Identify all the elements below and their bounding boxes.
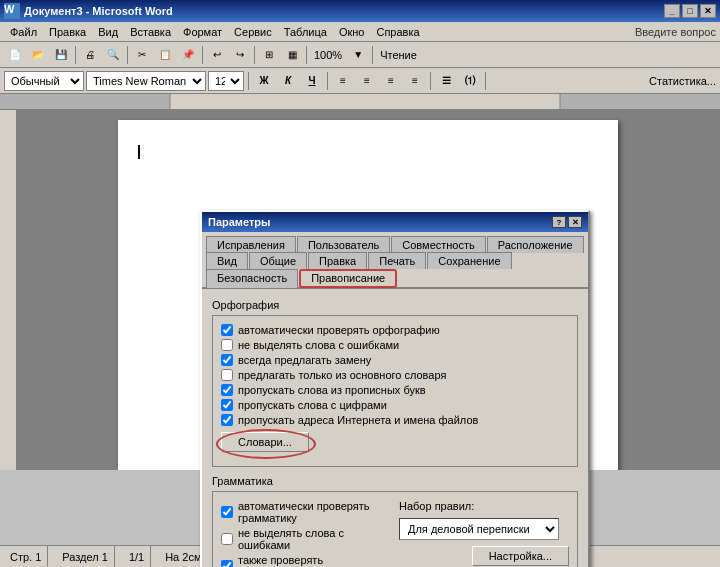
status-page: Стр. 1 [4, 546, 48, 567]
check-uppercase-label: пропускать слова из прописных букв [238, 384, 426, 396]
check-auto-grammar-input[interactable] [221, 506, 233, 518]
settings-btn[interactable]: Настройка... [472, 546, 569, 566]
ruleset-label: Набор правил: [399, 500, 569, 512]
check-no-highlight-input[interactable] [221, 339, 233, 351]
check-auto-spell-input[interactable] [221, 324, 233, 336]
sep4 [254, 46, 255, 64]
check-internet-input[interactable] [221, 414, 233, 426]
app-icon: W [4, 3, 20, 19]
menu-help[interactable]: Справка [370, 24, 425, 40]
search-hint: Введите вопрос [635, 26, 716, 38]
tab-edit[interactable]: Правка [308, 252, 367, 269]
zoom-dropdown[interactable]: ▼ [347, 44, 369, 66]
minimize-button[interactable]: _ [664, 4, 680, 18]
underline-btn[interactable]: Ч [301, 71, 323, 91]
ruler-svg [0, 94, 720, 109]
align-right-btn[interactable]: ≡ [380, 71, 402, 91]
maximize-button[interactable]: □ [682, 4, 698, 18]
menu-window[interactable]: Окно [333, 24, 371, 40]
check-no-grammar-highlight-input[interactable] [221, 533, 233, 545]
list-btn[interactable]: ☰ [435, 71, 457, 91]
menu-insert[interactable]: Вставка [124, 24, 177, 40]
check-also-spell-label: также проверять орфографию [238, 554, 391, 567]
check-numbers: пропускать слова с цифрами [221, 399, 569, 411]
check-uppercase-input[interactable] [221, 384, 233, 396]
tab-print[interactable]: Печать [368, 252, 426, 269]
dict-button[interactable]: Словари... [221, 432, 309, 452]
sep9 [430, 72, 431, 90]
style-dropdown[interactable]: Обычный [4, 71, 84, 91]
check-auto-grammar-label: автоматически проверять грамматику [238, 500, 391, 524]
table-btn[interactable]: ⊞ [258, 44, 280, 66]
menu-format[interactable]: Формат [177, 24, 228, 40]
undo-btn[interactable]: ↩ [206, 44, 228, 66]
dialog-title-buttons: ? ✕ [552, 216, 582, 228]
menu-edit[interactable]: Правка [43, 24, 92, 40]
svg-rect-2 [560, 94, 720, 109]
tab-spelling[interactable]: Правописание [299, 269, 397, 288]
sep1 [75, 46, 76, 64]
dialog-help-btn[interactable]: ? [552, 216, 566, 228]
check-internet: пропускать адреса Интернета и имена файл… [221, 414, 569, 426]
save-btn[interactable]: 💾 [50, 44, 72, 66]
check-main-dict: предлагать только из основного словаря [221, 369, 569, 381]
redo-btn[interactable]: ↪ [229, 44, 251, 66]
check-suggest-input[interactable] [221, 354, 233, 366]
check-main-dict-input[interactable] [221, 369, 233, 381]
dialog-overlay: Параметры ? ✕ Исправления Пользователь С… [0, 110, 720, 470]
sep3 [202, 46, 203, 64]
preview-btn[interactable]: 🔍 [102, 44, 124, 66]
menu-view[interactable]: Вид [92, 24, 124, 40]
cut-btn[interactable]: ✂ [131, 44, 153, 66]
check-auto-spell-label: автоматически проверять орфографию [238, 324, 440, 336]
status-section: Раздел 1 [56, 546, 115, 567]
close-button[interactable]: ✕ [700, 4, 716, 18]
dialog-title-bar: Параметры ? ✕ [202, 212, 588, 232]
bold-btn[interactable]: Ж [253, 71, 275, 91]
stats-btn[interactable]: Статистика... [649, 75, 716, 87]
sep5 [306, 46, 307, 64]
new-btn[interactable]: 📄 [4, 44, 26, 66]
font-dropdown[interactable]: Times New Roman [86, 71, 206, 91]
title-bar-buttons: _ □ ✕ [664, 4, 716, 18]
paste-btn[interactable]: 📌 [177, 44, 199, 66]
tab-view[interactable]: Вид [206, 252, 248, 269]
spelling-box: автоматически проверять орфографию не вы… [212, 315, 578, 467]
justify-btn[interactable]: ≡ [404, 71, 426, 91]
grammar-section: Грамматика автоматически проверять грамм… [212, 475, 578, 567]
size-dropdown[interactable]: 12 [208, 71, 244, 91]
check-auto-grammar: автоматически проверять грамматику [221, 500, 391, 524]
tab-bar-row2: Вид Общие Правка Печать Сохранение Безоп… [202, 252, 588, 288]
numbering-btn[interactable]: ⑴ [459, 71, 481, 91]
italic-btn[interactable]: К [277, 71, 299, 91]
check-suggest-label: всегда предлагать замену [238, 354, 371, 366]
tab-general[interactable]: Общие [249, 252, 307, 269]
tab-user[interactable]: Пользователь [297, 236, 390, 253]
check-no-grammar-highlight: не выделять слова с ошибками [221, 527, 391, 551]
print-btn[interactable]: 🖨 [79, 44, 101, 66]
ruleset-dropdown[interactable]: Для деловой переписки [399, 518, 559, 540]
check-internet-label: пропускать адреса Интернета и имена файл… [238, 414, 478, 426]
menu-tools[interactable]: Сервис [228, 24, 278, 40]
check-auto-spell: автоматически проверять орфографию [221, 324, 569, 336]
grammar-layout: автоматически проверять грамматику не вы… [221, 500, 569, 567]
copy-btn[interactable]: 📋 [154, 44, 176, 66]
sep10 [485, 72, 486, 90]
tab-corrections[interactable]: Исправления [206, 236, 296, 253]
check-also-spell: также проверять орфографию [221, 554, 391, 567]
open-btn[interactable]: 📂 [27, 44, 49, 66]
grammar-title: Грамматика [212, 475, 578, 487]
tab-compatibility[interactable]: Совместность [391, 236, 485, 253]
menu-table[interactable]: Таблица [278, 24, 333, 40]
main-area: Параметры ? ✕ Исправления Пользователь С… [0, 110, 720, 470]
tab-layout[interactable]: Расположение [487, 236, 584, 253]
tab-security[interactable]: Безопасность [206, 269, 298, 288]
check-also-spell-input[interactable] [221, 560, 233, 567]
align-center-btn[interactable]: ≡ [356, 71, 378, 91]
align-left-btn[interactable]: ≡ [332, 71, 354, 91]
check-numbers-input[interactable] [221, 399, 233, 411]
menu-file[interactable]: Файл [4, 24, 43, 40]
cols-btn[interactable]: ▦ [281, 44, 303, 66]
dialog-close-btn[interactable]: ✕ [568, 216, 582, 228]
tab-save[interactable]: Сохранение [427, 252, 511, 269]
